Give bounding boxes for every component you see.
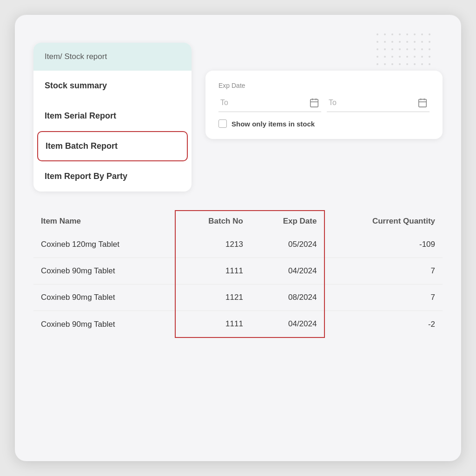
svg-rect-0 xyxy=(311,99,318,107)
cell-batch_no: 1213 xyxy=(175,231,251,258)
cell-exp_date: 08/2024 xyxy=(251,284,325,311)
show-in-stock-label: Show only items in stock xyxy=(231,120,315,128)
show-in-stock-checkbox[interactable] xyxy=(218,119,227,128)
from-date-input[interactable]: To xyxy=(218,94,321,112)
col-header-current_qty: Current Quantity xyxy=(324,211,443,231)
col-header-item_name: Item Name xyxy=(33,211,175,231)
table-row: Coxineb 90mg Tablet111104/20247 xyxy=(33,258,443,284)
cell-batch_no: 1111 xyxy=(175,258,251,284)
cell-current_qty: -2 xyxy=(324,311,443,338)
exp-date-label: Exp Date xyxy=(218,82,430,89)
table-row: Coxineb 120mg Tablet121305/2024-109 xyxy=(33,231,443,258)
cell-batch_no: 1121 xyxy=(175,284,251,311)
cell-current_qty: -109 xyxy=(324,231,443,258)
table-section: Item NameBatch NoExp DateCurrent Quantit… xyxy=(33,210,443,338)
table-row: Coxineb 90mg Tablet111104/2024-2 xyxy=(33,311,443,338)
cell-current_qty: 7 xyxy=(324,284,443,311)
cell-exp_date: 04/2024 xyxy=(251,311,325,338)
cell-item_name: Coxineb 90mg Tablet xyxy=(33,311,175,338)
to-calendar-icon[interactable] xyxy=(417,98,428,108)
cell-item_name: Coxineb 90mg Tablet xyxy=(33,258,175,284)
menu-item-item-report-by-party[interactable]: Item Report By Party xyxy=(33,161,192,192)
menu-card: Item/ Stock report Stock summaryItem Ser… xyxy=(33,43,192,192)
top-section: Item/ Stock report Stock summaryItem Ser… xyxy=(33,43,443,192)
cell-item_name: Coxineb 90mg Tablet xyxy=(33,284,175,311)
svg-rect-4 xyxy=(419,99,427,107)
cell-item_name: Coxineb 120mg Tablet xyxy=(33,231,175,258)
col-header-batch_no: Batch No xyxy=(175,211,251,231)
filter-card: Exp Date To To xyxy=(205,71,443,139)
menu-item-item-batch-report[interactable]: Item Batch Report xyxy=(37,131,188,161)
table-row: Coxineb 90mg Tablet112108/20247 xyxy=(33,284,443,311)
menu-header: Item/ Stock report xyxy=(33,43,192,71)
col-header-exp_date: Exp Date xyxy=(251,211,325,231)
to-date-input[interactable]: To xyxy=(327,94,430,112)
cell-exp_date: 05/2024 xyxy=(251,231,325,258)
cell-batch_no: 1111 xyxy=(175,311,251,338)
to-date-text: To xyxy=(329,99,414,107)
menu-item-item-serial-report[interactable]: Item Serial Report xyxy=(33,101,192,131)
cell-current_qty: 7 xyxy=(324,258,443,284)
date-row: To To xyxy=(218,94,430,112)
menu-item-stock-summary[interactable]: Stock summary xyxy=(33,71,192,101)
from-calendar-icon[interactable] xyxy=(309,98,319,108)
main-card: Item/ Stock report Stock summaryItem Ser… xyxy=(15,15,461,461)
show-in-stock-row[interactable]: Show only items in stock xyxy=(218,119,430,128)
from-date-text: To xyxy=(220,99,305,107)
cell-exp_date: 04/2024 xyxy=(251,258,325,284)
data-table: Item NameBatch NoExp DateCurrent Quantit… xyxy=(33,210,443,338)
